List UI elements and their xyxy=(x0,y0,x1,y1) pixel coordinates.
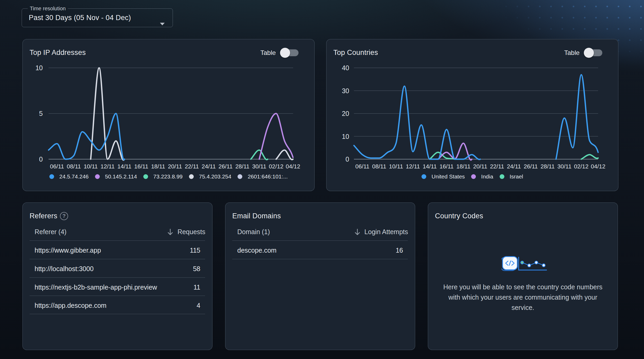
svg-text:26/11: 26/11 xyxy=(524,163,538,170)
svg-text:18/11: 18/11 xyxy=(151,163,165,170)
svg-text:12/11: 12/11 xyxy=(101,163,115,170)
svg-text:30: 30 xyxy=(342,87,349,95)
svg-text:10: 10 xyxy=(342,133,349,140)
svg-text:40: 40 xyxy=(342,64,349,72)
svg-text:12/11: 12/11 xyxy=(406,163,420,170)
svg-text:0: 0 xyxy=(345,155,349,163)
svg-text:04/12: 04/12 xyxy=(591,163,605,170)
svg-text:14/11: 14/11 xyxy=(117,163,131,170)
svg-text:30/11: 30/11 xyxy=(252,163,266,170)
svg-text:02/12: 02/12 xyxy=(574,163,589,170)
svg-text:24/11: 24/11 xyxy=(507,163,521,170)
svg-text:26/11: 26/11 xyxy=(219,163,233,170)
svg-text:20/11: 20/11 xyxy=(473,163,487,170)
svg-text:28/11: 28/11 xyxy=(235,163,249,170)
svg-text:04/12: 04/12 xyxy=(286,163,300,170)
svg-text:0: 0 xyxy=(39,155,43,163)
svg-text:22/11: 22/11 xyxy=(490,163,504,170)
svg-text:08/11: 08/11 xyxy=(372,163,386,170)
svg-text:20/11: 20/11 xyxy=(168,163,182,170)
svg-text:22/11: 22/11 xyxy=(185,163,199,170)
svg-text:16/11: 16/11 xyxy=(134,163,148,170)
svg-text:5: 5 xyxy=(39,110,43,117)
svg-text:06/11: 06/11 xyxy=(50,163,64,170)
svg-text:14/11: 14/11 xyxy=(423,163,437,170)
svg-text:24/11: 24/11 xyxy=(202,163,216,170)
svg-text:18/11: 18/11 xyxy=(456,163,470,170)
svg-text:06/11: 06/11 xyxy=(355,163,369,170)
svg-text:10/11: 10/11 xyxy=(389,163,403,170)
svg-text:20: 20 xyxy=(342,110,349,117)
svg-text:16/11: 16/11 xyxy=(439,163,453,170)
svg-text:10/11: 10/11 xyxy=(84,163,98,170)
svg-text:28/11: 28/11 xyxy=(541,163,555,170)
svg-text:10: 10 xyxy=(35,64,43,72)
svg-text:02/12: 02/12 xyxy=(269,163,283,170)
svg-text:08/11: 08/11 xyxy=(67,163,81,170)
svg-text:30/11: 30/11 xyxy=(557,163,571,170)
